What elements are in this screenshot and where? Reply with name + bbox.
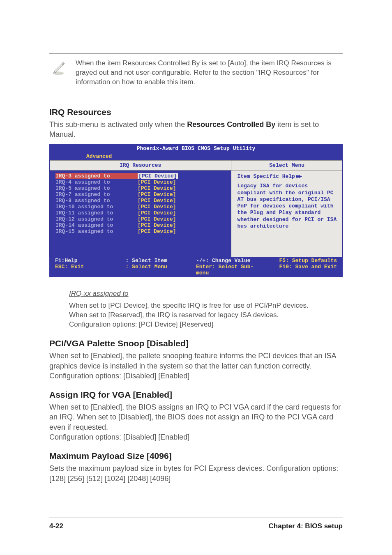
bios-title: Phoenix-Award BIOS CMOS Setup Utility [49,144,343,153]
bios-footer-col-3: -/+: Change Value Enter: Select Sub-menu [196,258,267,276]
bios-tab-advanced[interactable]: Advanced [82,153,116,160]
bios-key-exit: ESC: Exit [55,264,126,270]
irq-value[interactable]: [PCI Device] [138,210,176,216]
irq-label: IRQ-3 assigned to [55,173,138,179]
section-heading-max-payload: Maximum Payload Size [4096] [49,451,343,461]
irq-label: IRQ-5 assigned to [55,185,138,191]
irq-row[interactable]: IRQ-10 assigned to[PCI Device] [55,204,227,210]
irq-row[interactable]: IRQ-14 assigned to[PCI Device] [55,222,227,228]
note-block: When the item Resources Controlled By is… [49,53,343,93]
bios-right-header: Select Menu [231,160,342,170]
bios-key-submenu: Enter: Select Sub-menu [196,264,267,276]
irq-label: IRQ-10 assigned to [55,204,138,210]
bios-key-select-menu: : Select Menu [126,264,196,270]
bios-left-header: IRQ Resources [50,160,231,170]
irq-label: IRQ-15 assigned to [55,228,138,235]
section-heading-assign-irq: Assign IRQ for VGA [Enabled] [49,390,343,400]
bios-tab-row: Advanced [49,153,343,160]
bios-help-body: Legacy ISA for devices compliant with th… [237,183,337,230]
section-body-max-payload: Sets the maximum payload size in bytes f… [49,463,343,484]
bios-footer-col-4: F5: Setup Defaults F10: Save and Exit [267,258,337,276]
irq-value[interactable]: [PCI Device] [138,216,176,222]
section-body-pci-vga: When set to [Enabled], the pallete snoop… [49,351,343,381]
irq-row[interactable]: IRQ-12 assigned to[PCI Device] [55,216,227,222]
irq-value[interactable]: [PCI Device] [138,204,176,210]
irq-label: IRQ-11 assigned to [55,210,138,216]
pencil-note-icon [49,59,67,77]
irq-row[interactable]: IRQ-9 assigned to[PCI Device] [55,198,227,204]
page-number: 4-22 [49,522,63,530]
irq-row[interactable]: IRQ-3 assigned to[PCI Device] [55,173,227,179]
section-intro: This sub-menu is activated only when the… [49,120,343,140]
bios-screenshot: Phoenix-Award BIOS CMOS Setup Utility Ad… [49,144,343,277]
irq-row[interactable]: IRQ-11 assigned to[PCI Device] [55,210,227,216]
irq-value[interactable]: [PCI Device] [138,228,176,235]
bios-irq-list: IRQ-3 assigned to[PCI Device]IRQ-4 assig… [50,170,231,257]
irq-label: IRQ-4 assigned to [55,179,138,185]
irq-label: IRQ-9 assigned to [55,198,138,204]
section-body-assign-irq: When set to [Enabled], the BIOS assigns … [49,402,343,442]
bios-help-panel: Item Specific Help ▶▶▶ Legacy ISA for de… [231,170,342,257]
irq-label: IRQ-12 assigned to [55,216,138,222]
bios-help-title: Item Specific Help [237,173,295,180]
bios-key-change-value: -/+: Change Value [196,258,251,264]
irq-value[interactable]: [PCI Device] [138,222,176,228]
irq-value[interactable]: [PCI Device] [138,198,176,204]
section-heading-pci-vga: PCI/VGA Palette Snoop [Disabled] [49,339,343,348]
page-footer: 4-22 Chapter 4: BIOS setup [49,518,343,530]
note-text: When the item Resources Controlled By is… [76,59,343,87]
irq-value[interactable]: [PCI Device] [138,185,176,191]
arrow-right-icon: ▶▶▶ [296,173,300,180]
section-heading-irq-resources: IRQ Resources [49,107,343,117]
bios-key-defaults: F5: Setup Defaults [279,258,337,264]
irq-value[interactable]: [PCI Device] [138,173,178,179]
irq-row[interactable]: IRQ-5 assigned to[PCI Device] [55,185,227,191]
bios-key-select-item: : Select Item [126,258,167,264]
intro-part-a: This sub-menu is activated only when the [49,120,187,129]
bios-footer-col-2: : Select Item : Select Menu [126,258,196,276]
bios-key-help: F1:Help [55,258,78,264]
bios-footer: F1:Help ESC: Exit : Select Item : Select… [49,257,343,277]
irq-value[interactable]: [PCI Device] [138,191,176,198]
subitem-heading-irq-xx: IRQ-xx assigned to [69,290,343,298]
irq-row[interactable]: IRQ-15 assigned to[PCI Device] [55,228,227,235]
irq-value[interactable]: [PCI Device] [138,179,176,185]
irq-row[interactable]: IRQ-7 assigned to[PCI Device] [55,191,227,198]
bios-footer-col-1: F1:Help ESC: Exit [55,258,126,276]
irq-label: IRQ-7 assigned to [55,191,138,198]
irq-label: IRQ-14 assigned to [55,222,138,228]
chapter-label: Chapter 4: BIOS setup [269,522,343,530]
bios-key-save-exit: F10: Save and Exit [279,264,337,270]
irq-row[interactable]: IRQ-4 assigned to[PCI Device] [55,179,227,185]
intro-bold: Resources Controlled By [187,120,275,129]
subitem-body-irq-xx: When set to [PCI Device], the specific I… [69,301,316,329]
